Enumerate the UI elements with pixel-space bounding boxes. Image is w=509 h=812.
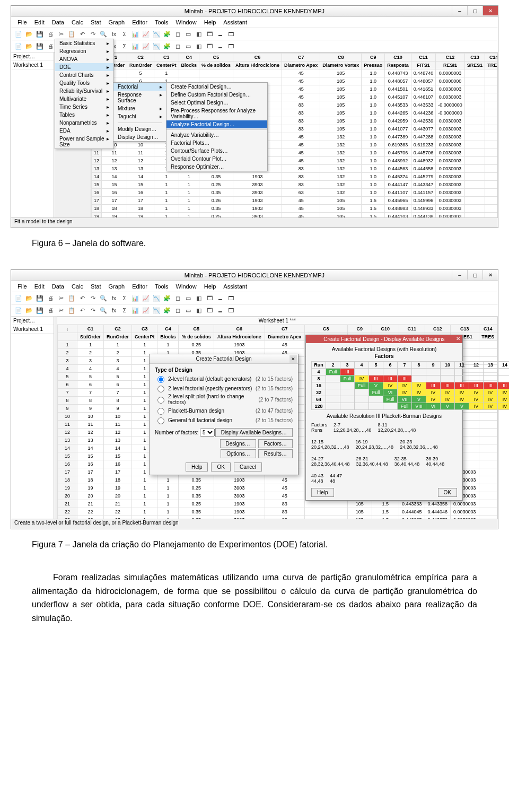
stat-menu-item[interactable]: Power and Sample Size▸: [55, 135, 113, 149]
factorial-menu-item[interactable]: Contour/Surface Plots…: [166, 147, 267, 155]
display-available-designs-button[interactable]: Display Available Designs…: [215, 428, 293, 437]
toolbar-icon[interactable]: ↷: [89, 294, 97, 302]
factorial-menu-item[interactable]: Factorial Plots…: [166, 139, 267, 147]
doe-menu-item[interactable]: Modify Design…: [113, 125, 166, 133]
stat-menu-item[interactable]: Nonparametrics▸: [55, 119, 113, 127]
factorial-menu-item[interactable]: Create Factorial Design…: [166, 83, 267, 91]
toolbar-icon[interactable]: 💾: [36, 306, 44, 315]
number-of-factors-select[interactable]: 5: [200, 429, 215, 436]
toolbar-icon[interactable]: ▭: [184, 294, 192, 302]
toolbar-icon[interactable]: 🧩: [163, 30, 171, 38]
toolbar-icon[interactable]: 📋: [67, 306, 76, 315]
ok-button[interactable]: OK: [438, 488, 457, 497]
menu-window[interactable]: Window: [173, 282, 200, 291]
help-button[interactable]: Help: [311, 488, 334, 497]
toolbar-icon[interactable]: 📊: [131, 306, 139, 315]
toolbar-icon[interactable]: 📄: [14, 306, 23, 315]
dialog-close-button[interactable]: ✕: [456, 336, 460, 342]
toolbar-icon[interactable]: 📉: [152, 306, 161, 315]
toolbar-icon[interactable]: ✂: [57, 294, 65, 302]
menu-editor[interactable]: Editor: [129, 18, 151, 27]
minimize-button[interactable]: –: [452, 270, 467, 280]
doe-menu-item[interactable]: Taguchi▸: [113, 112, 166, 120]
toolbar-icon[interactable]: 📉: [152, 42, 161, 50]
stat-menu-item[interactable]: EDA▸: [55, 127, 113, 135]
stat-menu-item[interactable]: Multivariate▸: [55, 95, 113, 103]
toolbar-icon[interactable]: ◻: [173, 294, 182, 302]
stat-menu-item[interactable]: Regression▸: [55, 47, 113, 55]
doe-menu-item[interactable]: Display Design…: [113, 133, 166, 141]
menu-graph[interactable]: Graph: [106, 18, 128, 27]
toolbar-icon[interactable]: ▭: [184, 306, 192, 315]
toolbar-icon[interactable]: ◻: [173, 306, 182, 315]
toolbar-icon[interactable]: 🔍: [99, 30, 108, 38]
toolbar-icon[interactable]: 📄: [14, 30, 23, 38]
toolbar-icon[interactable]: ↶: [78, 306, 86, 315]
results-button[interactable]: Results…: [258, 449, 293, 458]
toolbar-icon[interactable]: 💾: [36, 42, 44, 50]
menu-calc[interactable]: Calc: [68, 18, 86, 27]
stat-menu-item[interactable]: ANOVA▸: [55, 55, 113, 63]
menu-data[interactable]: Data: [49, 282, 67, 291]
stat-menu-item[interactable]: Quality Tools▸: [55, 79, 113, 87]
toolbar-icon[interactable]: Σ: [120, 306, 129, 315]
toolbar-icon[interactable]: 🧩: [163, 294, 171, 302]
options-button[interactable]: Options…: [221, 449, 256, 458]
stat-menu-item[interactable]: Reliability/Survival▸: [55, 87, 113, 95]
toolbar-icon[interactable]: 🧩: [163, 42, 171, 50]
factorial-menu-item[interactable]: Analyze Factorial Design…: [166, 120, 267, 128]
toolbar-icon[interactable]: 🗖: [226, 306, 235, 315]
factorial-menu-item[interactable]: Analyze Variability…: [166, 131, 267, 139]
project-label[interactable]: Project…: [11, 317, 54, 325]
doe-menu-item[interactable]: Mixture▸: [113, 104, 166, 112]
toolbar-icon[interactable]: fx: [110, 30, 118, 38]
toolbar-icon[interactable]: ◧: [195, 30, 203, 38]
toolbar-icon[interactable]: 🗔: [205, 30, 214, 38]
menu-edit[interactable]: Edit: [31, 282, 48, 291]
close-button[interactable]: ✕: [482, 6, 498, 15]
toolbar-icon[interactable]: 📈: [142, 42, 150, 50]
menu-file[interactable]: File: [14, 282, 30, 291]
toolbar-icon[interactable]: 🗕: [216, 306, 224, 315]
menu-assistant[interactable]: Assistant: [220, 282, 250, 291]
factorial-menu-item[interactable]: Define Custom Factorial Design…: [166, 91, 267, 99]
stat-menu-item[interactable]: Tables▸: [55, 111, 113, 119]
toolbar-icon[interactable]: 🖨: [46, 306, 55, 315]
design-type-radio[interactable]: [157, 386, 164, 392]
toolbar-icon[interactable]: 🗖: [226, 30, 235, 38]
maximize-button[interactable]: ◻: [467, 6, 482, 15]
toolbar-icon[interactable]: 🗕: [216, 294, 224, 302]
worksheet-label[interactable]: Worksheet 1: [11, 61, 54, 69]
factorial-menu-item[interactable]: Response Optimizer…: [166, 163, 267, 171]
menu-help[interactable]: Help: [201, 282, 220, 291]
toolbar-icon[interactable]: ◻: [173, 42, 182, 50]
menu-help[interactable]: Help: [201, 18, 220, 27]
toolbar-icon[interactable]: Σ: [120, 294, 129, 302]
dialog-close-button[interactable]: ✕: [289, 355, 297, 363]
doe-menu-item[interactable]: Factorial▸: [113, 83, 166, 91]
toolbar-icon[interactable]: 📂: [25, 306, 33, 315]
toolbar-icon[interactable]: ↷: [89, 306, 97, 315]
toolbar-icon[interactable]: 💾: [36, 30, 44, 38]
toolbar-icon[interactable]: fx: [110, 306, 118, 315]
toolbar-icon[interactable]: 🗔: [205, 42, 214, 50]
toolbar-icon[interactable]: ▭: [184, 30, 192, 38]
toolbar-icon[interactable]: ↷: [89, 30, 97, 38]
toolbar-icon[interactable]: ✂: [57, 30, 65, 38]
doe-menu-item[interactable]: [113, 120, 166, 125]
toolbar-icon[interactable]: 🗔: [205, 294, 214, 302]
menu-editor[interactable]: Editor: [129, 282, 151, 291]
toolbar-icon[interactable]: 📉: [152, 294, 161, 302]
toolbar-icon[interactable]: 📈: [142, 30, 150, 38]
toolbar-icon[interactable]: ◧: [195, 294, 203, 302]
toolbar-icon[interactable]: 🔍: [99, 294, 108, 302]
factorial-menu-item[interactable]: Select Optimal Design…: [166, 99, 267, 107]
cancel-button[interactable]: Cancel: [234, 462, 262, 472]
menu-stat[interactable]: Stat: [87, 282, 104, 291]
menu-tools[interactable]: Tools: [152, 282, 172, 291]
project-label[interactable]: Project…: [11, 53, 54, 61]
toolbar-icon[interactable]: 📊: [131, 42, 139, 50]
menu-tools[interactable]: Tools: [152, 18, 172, 27]
toolbar-icon[interactable]: ◧: [195, 306, 203, 315]
design-type-radio[interactable]: [157, 417, 164, 424]
